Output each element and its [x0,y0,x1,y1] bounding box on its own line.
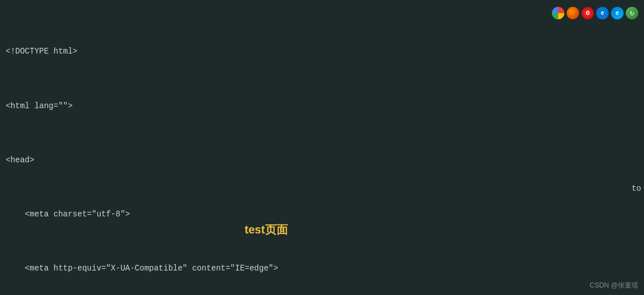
line-continuation-to: to [631,184,641,193]
line-3: <head> [6,154,638,167]
browser-icons-container: O e e ↻ [552,7,638,19]
line-1: <!DOCTYPE html> [6,45,638,59]
code-editor: <!DOCTYPE html> <html lang=""> <head> <m… [0,0,644,295]
csdn-annotation: CSDN @张童瑶 [589,281,638,290]
chrome-icon[interactable] [552,7,564,19]
edge-icon[interactable]: e [611,7,624,19]
opera-icon[interactable]: O [581,7,594,19]
line-4: <meta charset="utf-8"> [6,208,638,222]
test-label: test页面 [245,222,288,237]
line-5: <meta http-equiv="X-UA-Compatible" conte… [6,262,638,276]
firefox-icon[interactable] [567,7,579,19]
ie-icon[interactable]: e [596,7,609,19]
line-2: <html lang=""> [6,100,638,113]
refresh-icon[interactable]: ↻ [626,7,638,19]
